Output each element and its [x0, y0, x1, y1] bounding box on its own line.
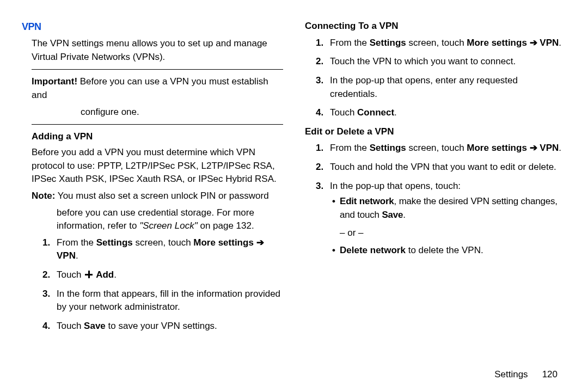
- edit-heading: Edit or Delete a VPN: [305, 125, 566, 139]
- note-label: Note:: [32, 191, 55, 201]
- left-content: The VPN settings menu allows you to set …: [22, 37, 283, 333]
- t: In the pop-up that opens, touch:: [330, 181, 461, 191]
- t: Touch: [57, 321, 84, 331]
- note-line2: before you can use credential storage. F…: [57, 207, 254, 218]
- step-4: Touch Save to save your VPN settings.: [56, 320, 283, 333]
- arrow-icon: ➔: [256, 237, 264, 248]
- edit-option-edit: Edit network, make the desired VPN setti…: [340, 195, 566, 222]
- t: VPN: [537, 38, 559, 48]
- t: Save: [84, 321, 106, 331]
- adding-heading: Adding a VPN: [32, 130, 283, 144]
- edit-option-delete: Delete network to delete the VPN.: [340, 244, 566, 258]
- t: VPN: [57, 250, 76, 261]
- page-footer: Settings120: [494, 369, 558, 380]
- t: Touch: [330, 107, 357, 118]
- t: From the: [330, 38, 370, 48]
- t: screen, touch: [133, 237, 194, 248]
- footer-section: Settings: [494, 369, 528, 379]
- important-continuation: configure one.: [32, 106, 283, 119]
- note-line3c: on page 132.: [198, 220, 254, 231]
- edit-step-1: From the Settings screen, touch More set…: [329, 142, 566, 155]
- t: Settings: [370, 143, 406, 153]
- note-ref: "Screen Lock": [139, 220, 198, 231]
- t: From the: [330, 143, 370, 153]
- step-1: From the Settings screen, touch More set…: [56, 236, 283, 263]
- page-body: VPN The VPN settings menu allows you to …: [0, 0, 588, 348]
- t: to delete the VPN.: [406, 245, 483, 255]
- t: .: [559, 38, 561, 48]
- t: to save your VPN settings.: [106, 321, 217, 331]
- divider: [32, 124, 283, 125]
- connect-step-4: Touch Connect.: [329, 106, 566, 120]
- t: screen, touch: [406, 38, 467, 48]
- note-continuation: before you can use credential storage. F…: [32, 206, 283, 233]
- t: Save: [382, 210, 403, 220]
- t: From the: [57, 237, 96, 248]
- t: .: [403, 210, 406, 220]
- t: Add: [94, 270, 114, 280]
- note-line3a: information, refer to: [57, 220, 139, 231]
- connect-heading: Connecting To a VPN: [305, 20, 566, 33]
- edit-step-3: In the pop-up that opens, touch: Edit ne…: [329, 180, 566, 258]
- arrow-icon: ➔: [530, 143, 537, 153]
- connect-step-2: Touch the VPN to which you want to conne…: [329, 55, 566, 69]
- t: More settings: [467, 38, 529, 48]
- edit-step-2: Touch and hold the VPN that you want to …: [329, 161, 566, 174]
- step-2: Touch Add.: [56, 268, 283, 282]
- t: More settings: [193, 237, 256, 248]
- right-column: Connecting To a VPN From the Settings sc…: [305, 20, 566, 338]
- divider: [32, 69, 283, 70]
- step-3: In the form that appears, fill in the in…: [56, 287, 283, 314]
- connect-steps: From the Settings screen, touch More set…: [305, 36, 566, 120]
- t: .: [559, 143, 561, 153]
- left-column: VPN The VPN settings menu allows you to …: [22, 20, 283, 338]
- or-separator: – or –: [340, 226, 566, 240]
- t: Settings: [96, 237, 133, 248]
- section-title-vpn: VPN: [22, 20, 283, 34]
- t: .: [76, 250, 78, 261]
- edit-options: Edit network, make the desired VPN setti…: [330, 195, 566, 258]
- t: More settings: [467, 143, 529, 153]
- adding-intro: Before you add a VPN you must determine …: [32, 146, 283, 186]
- footer-page-number: 120: [542, 369, 558, 379]
- t: Edit network: [340, 196, 394, 206]
- note-block: Note: You must also set a screen unlock …: [32, 189, 283, 203]
- t: Connect: [357, 107, 394, 118]
- t: Settings: [370, 38, 406, 48]
- t: screen, touch: [406, 143, 467, 153]
- t: Delete network: [340, 245, 406, 255]
- t: .: [394, 107, 397, 118]
- intro-text: The VPN settings menu allows you to set …: [32, 37, 283, 64]
- t: VPN: [537, 143, 559, 153]
- note-line1: You must also set a screen unlock PIN or…: [55, 191, 268, 201]
- t: Touch: [57, 270, 84, 280]
- connect-step-3: In the pop-up that opens, enter any requ…: [329, 74, 566, 101]
- important-label: Important!: [32, 76, 77, 87]
- arrow-icon: ➔: [530, 38, 537, 48]
- t: .: [114, 270, 117, 280]
- edit-steps: From the Settings screen, touch More set…: [305, 142, 566, 257]
- important-block: Important! Before you can use a VPN you …: [32, 75, 283, 102]
- connect-step-1: From the Settings screen, touch More set…: [329, 36, 566, 50]
- plus-icon: [85, 271, 93, 278]
- adding-steps: From the Settings screen, touch More set…: [32, 236, 283, 333]
